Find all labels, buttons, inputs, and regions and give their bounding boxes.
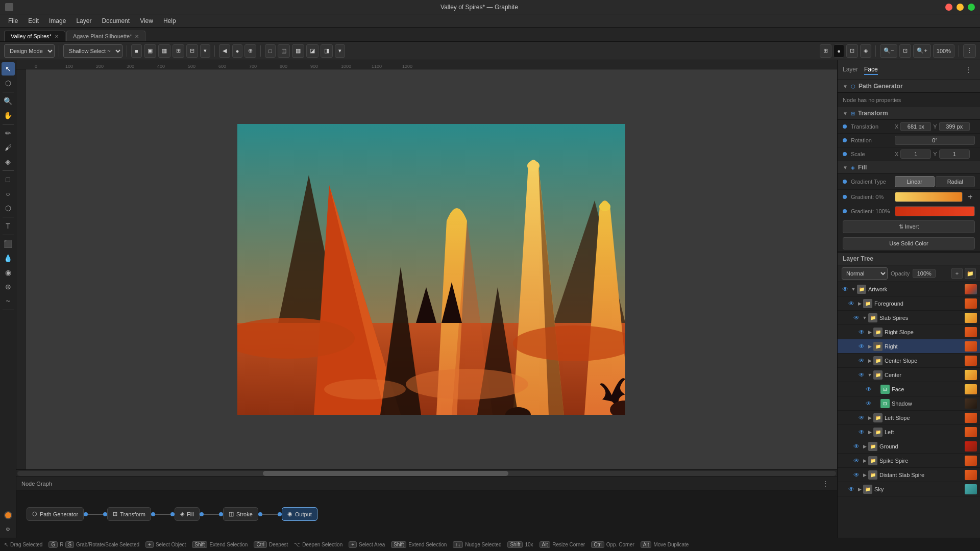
view-btn-5[interactable]: ◨ (321, 44, 333, 58)
close-tab-2-icon[interactable]: ✕ (135, 34, 139, 39)
layer-vis-center[interactable]: 👁 (857, 370, 866, 380)
tool-polygon[interactable]: ⬡ (2, 202, 15, 215)
node-stroke[interactable]: ◫ Stroke (223, 507, 258, 521)
layer-expand-spike-spire[interactable]: ▶ (861, 458, 868, 463)
arrange-btn-2[interactable]: ▣ (144, 44, 156, 58)
maximize-button[interactable] (968, 4, 975, 11)
layer-expand-center[interactable]: ▼ (866, 372, 873, 378)
more-btn[interactable]: ⋮ (963, 44, 976, 58)
linear-gradient-btn[interactable]: Linear (895, 176, 935, 187)
translation-x-value[interactable]: 681 px (900, 122, 931, 131)
foreground-color-swatch[interactable] (4, 511, 12, 519)
view-btn-6[interactable]: ▾ (335, 44, 345, 58)
tool-gradient[interactable]: ⬛ (2, 237, 15, 251)
tool-select[interactable]: ↖ (2, 62, 15, 76)
node-output[interactable]: ◉ Output (282, 507, 317, 521)
node-path-generator[interactable]: ⬡ Path Generator (27, 507, 84, 521)
layer-item-sky[interactable]: 👁 ▶ 📁 Sky (838, 482, 980, 496)
layer-expand-distant-slab-spire[interactable]: ▶ (861, 472, 868, 478)
layer-item-center[interactable]: 👁 ▼ 📁 Center (838, 368, 980, 382)
zoom-in-btn[interactable]: 🔍+ (913, 44, 930, 58)
tab-valley-of-spires[interactable]: Valley of Spires* ✕ (4, 31, 65, 41)
layer-vis-sky[interactable]: 👁 (847, 485, 856, 494)
menu-view[interactable]: View (136, 16, 157, 26)
layer-expand-ground[interactable]: ▶ (861, 444, 868, 449)
layer-vis-left-slope[interactable]: 👁 (857, 413, 866, 422)
layer-item-shadow[interactable]: 👁 ▶ ⊡ Shadow (838, 396, 980, 411)
menu-help[interactable]: Help (159, 16, 180, 26)
opacity-value[interactable]: 100% (913, 269, 936, 278)
tool-rect[interactable]: □ (2, 173, 15, 186)
color-btn-3[interactable]: ◈ (860, 44, 871, 58)
layer-expand-center-slope[interactable]: ▶ (866, 358, 873, 363)
use-solid-color-button[interactable]: Use Solid Color (843, 237, 975, 249)
view-btn-2[interactable]: ◫ (278, 44, 290, 58)
panel-more-btn[interactable]: ⋮ (962, 63, 975, 77)
path-generator-section-header[interactable]: ▼ ⬡ Path Generator (838, 80, 980, 93)
layer-expand-right[interactable]: ▶ (866, 344, 873, 349)
tool-ellipse[interactable]: ○ (2, 187, 15, 201)
design-mode-select[interactable]: Design Mode (4, 44, 55, 58)
transform-btn-1[interactable]: ◀ (219, 44, 230, 58)
arrange-btn-3[interactable]: ▦ (158, 44, 170, 58)
layer-item-right-slope[interactable]: 👁 ▶ 📁 Right Slope (838, 325, 980, 339)
layer-expand-slab-spires[interactable]: ▼ (861, 315, 868, 320)
layer-item-spike-spire[interactable]: 👁 ▶ 📁 Spike Spire (838, 454, 980, 468)
layer-item-center-slope[interactable]: 👁 ▶ 📁 Center Slope (838, 354, 980, 368)
layer-add-btn[interactable]: + (951, 268, 963, 279)
layer-vis-ground[interactable]: 👁 (852, 442, 861, 451)
tool-brush[interactable]: 🖌 (2, 141, 15, 154)
tool-eyedropper[interactable]: 💧 (2, 252, 15, 265)
zoom-btn-canvas[interactable]: ⊞ (820, 44, 831, 58)
menu-file[interactable]: File (4, 16, 22, 26)
layer-expand-sky[interactable]: ▶ (856, 487, 863, 492)
align-btn-3[interactable]: ▾ (200, 44, 210, 58)
shallow-select-dropdown[interactable]: Shallow Select ~ (63, 44, 122, 58)
layer-vis-shadow[interactable]: 👁 (864, 399, 873, 408)
layer-item-left[interactable]: 👁 ▶ 📁 Left (838, 425, 980, 439)
layer-vis-center-slope[interactable]: 👁 (857, 356, 866, 365)
minimize-button[interactable] (957, 4, 964, 11)
panel-tab-face[interactable]: Face (864, 65, 878, 75)
view-btn-1[interactable]: □ (265, 44, 276, 58)
fill-section-header[interactable]: ▼ ◈ Fill (838, 161, 980, 174)
transform-section-header[interactable]: ▼ ⊞ Transform (838, 107, 980, 120)
layer-expand-left[interactable]: ▶ (866, 430, 873, 435)
layer-expand-left-slope[interactable]: ▶ (866, 415, 873, 420)
tool-navigate[interactable]: ✋ (2, 109, 15, 122)
horizontal-scrollbar[interactable] (17, 471, 836, 476)
close-tab-1-icon[interactable]: ✕ (55, 34, 59, 39)
scrollbar-thumb[interactable] (263, 471, 508, 476)
canvas-container[interactable] (26, 69, 837, 469)
layer-vis-foreground[interactable]: 👁 (847, 299, 856, 308)
scale-x-value[interactable]: 1 (900, 149, 931, 159)
transform-btn-2[interactable]: ● (232, 44, 243, 58)
layer-vis-right-slope[interactable]: 👁 (857, 328, 866, 337)
node-fill[interactable]: ◈ Fill (175, 507, 200, 521)
layer-item-ground[interactable]: 👁 ▶ 📁 Ground (838, 439, 980, 454)
canvas-image[interactable] (237, 124, 625, 415)
layer-vis-left[interactable]: 👁 (857, 428, 866, 437)
radial-gradient-btn[interactable]: Radial (936, 176, 975, 187)
layer-item-right[interactable]: 👁 ▶ 📁 Right (838, 339, 980, 354)
zoom-fit-btn[interactable]: ⊡ (899, 44, 911, 58)
translation-y-value[interactable]: 399 px (939, 122, 970, 131)
arrange-btn-1[interactable]: ■ (131, 44, 142, 58)
menu-layer[interactable]: Layer (72, 16, 95, 26)
blend-mode-select[interactable]: Normal Multiply Screen Overlay (842, 267, 888, 280)
tool-node[interactable]: ⬡ (2, 77, 15, 90)
gradient-0-bar[interactable] (895, 192, 963, 202)
zoom-level[interactable]: 100% (933, 44, 954, 58)
align-btn-1[interactable]: ⊞ (173, 44, 184, 58)
layer-vis-face[interactable]: 👁 (864, 385, 873, 394)
align-btn-2[interactable]: ⊟ (186, 44, 198, 58)
gradient-100-bar[interactable] (895, 206, 975, 216)
layer-vis-spike-spire[interactable]: 👁 (852, 456, 861, 465)
layer-item-slab-spires[interactable]: 👁 ▼ 📁 Slab Spires (838, 311, 980, 325)
tool-stamp[interactable]: ◉ (2, 266, 15, 279)
layer-item-foreground[interactable]: 👁 ▶ 📁 Foreground (838, 296, 980, 311)
layer-item-artwork[interactable]: 👁 ▼ 📁 Artwork (838, 282, 980, 296)
scale-y-value[interactable]: 1 (939, 149, 970, 159)
menu-image[interactable]: Image (45, 16, 70, 26)
panel-tab-layer[interactable]: Layer (843, 65, 858, 75)
